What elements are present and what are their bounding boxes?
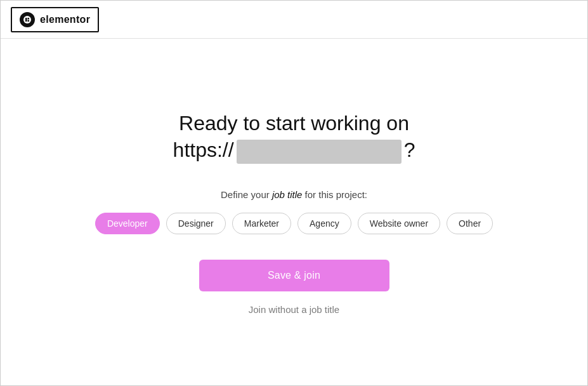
skip-job-title-button[interactable]: Join without a job title	[249, 304, 339, 315]
job-title-pill-developer[interactable]: Developer	[95, 213, 160, 234]
subtitle: Define your job title for this project:	[221, 189, 367, 200]
svg-point-0	[23, 16, 31, 23]
page-title: Ready to start working on https:// ?	[173, 110, 415, 163]
svg-rect-2	[28, 18, 30, 20]
save-join-button[interactable]: Save & join	[199, 260, 389, 291]
logo-text: elementor	[40, 14, 90, 25]
main-content: Ready to start working on https:// ? Def…	[1, 39, 587, 386]
job-title-pills: DeveloperDesignerMarketerAgencyWebsite o…	[95, 213, 493, 234]
job-title-pill-marketer[interactable]: Marketer	[232, 213, 291, 234]
logo: elementor	[11, 7, 99, 32]
title-url-prefix: https://	[173, 138, 234, 161]
svg-rect-1	[25, 18, 27, 22]
title-line1: Ready to start working on	[179, 112, 409, 135]
job-title-pill-agency[interactable]: Agency	[297, 213, 351, 234]
job-title-pill-website-owner[interactable]: Website owner	[358, 213, 440, 234]
subtitle-text: Define your	[221, 189, 272, 200]
job-title-pill-other[interactable]: Other	[447, 213, 493, 234]
title-end: ?	[404, 138, 415, 161]
logo-icon	[20, 12, 35, 27]
svg-rect-3	[28, 20, 30, 22]
header: elementor	[1, 1, 587, 39]
job-title-pill-designer[interactable]: Designer	[166, 213, 226, 234]
subtitle-suffix: for this project:	[302, 189, 367, 200]
url-blurred	[237, 140, 402, 164]
subtitle-highlight: job title	[272, 189, 303, 200]
